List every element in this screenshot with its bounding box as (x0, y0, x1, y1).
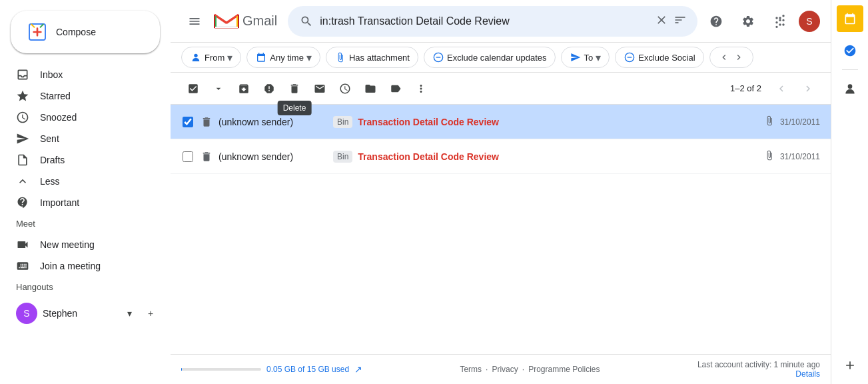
add-panel-button[interactable] (837, 352, 863, 379)
hangout-avatar: S (16, 303, 37, 324)
compose-plus-icon (27, 21, 48, 43)
gmail-logo-text: Gmail (242, 13, 277, 29)
filter-has-attachment[interactable]: Has attachment (326, 47, 418, 68)
footer-separator-1: · (486, 365, 488, 374)
email-row[interactable]: (unknown sender) Bin Transaction Detail … (171, 139, 831, 174)
sidebar-item-label-snoozed: Snoozed (40, 112, 149, 123)
move-to-button[interactable] (358, 77, 382, 101)
expand-less-icon (16, 175, 29, 188)
help-button[interactable] (703, 8, 729, 35)
archive-button[interactable] (232, 77, 256, 101)
more-options-button[interactable] (409, 77, 433, 101)
sidebar-item-label-drafts: Drafts (40, 155, 149, 165)
email-checkbox-2[interactable] (181, 150, 195, 163)
search-clear-icon[interactable] (655, 13, 668, 29)
previous-page-button[interactable] (769, 77, 793, 101)
header-right: S (703, 8, 820, 35)
settings-button[interactable] (735, 8, 761, 35)
select-dropdown-button[interactable] (207, 77, 230, 101)
main-content: Gmail S (171, 0, 831, 384)
filter-from[interactable]: From ▾ (181, 47, 241, 68)
report-spam-button[interactable] (257, 77, 281, 101)
sidebar-item-drafts[interactable]: Drafts (0, 149, 160, 171)
filter-to[interactable]: To ▾ (561, 47, 610, 68)
star-icon (16, 89, 29, 103)
sidebar-item-label-less: Less (40, 176, 149, 187)
sidebar-item-snoozed[interactable]: Snoozed (0, 107, 160, 128)
sidebar-item-important[interactable]: Important (0, 192, 160, 213)
apps-button[interactable] (767, 8, 793, 35)
toolbar-right: 1–2 of 2 (730, 77, 820, 101)
last-activity-text: Last account activity: 1 minute ago (697, 360, 820, 369)
snooze-button[interactable] (333, 77, 357, 101)
sidebar-item-sent[interactable]: Sent (0, 128, 160, 149)
exclude-social-icon (624, 51, 636, 63)
email-checkbox-1[interactable] (181, 115, 195, 129)
sidebar-item-label-inbox: Inbox (40, 69, 149, 80)
hangouts-section-title: Hangouts (0, 277, 171, 297)
footer-links: Terms · Privacy · Programme Policies (460, 365, 600, 374)
keyboard-icon (16, 259, 29, 273)
sidebar-item-inbox[interactable]: Inbox (0, 64, 160, 85)
right-panel-divider (842, 69, 858, 70)
email-date-2: 31/10/2011 (780, 152, 820, 161)
email-list: (unknown sender) Bin Transaction Detail … (171, 105, 831, 354)
sidebar-item-new-meeting[interactable]: New meeting (0, 234, 160, 255)
filter-exclude-social[interactable]: Exclude Social (615, 47, 703, 68)
storage-info: 0.05 GB of 15 GB used ↗ (181, 364, 362, 375)
email-bin-tag-1: Bin (333, 116, 352, 128)
sidebar-item-label-starred: Starred (40, 91, 149, 101)
hangout-add-icon[interactable]: + (141, 304, 160, 323)
terms-link[interactable]: Terms (460, 365, 482, 374)
programme-policies-link[interactable]: Programme Policies (528, 365, 600, 374)
filter-bar: From ▾ Any time ▾ Has attachment Exclude… (171, 43, 831, 73)
tasks-panel-button[interactable] (837, 37, 863, 64)
hangout-user[interactable]: S Stephen ▾ + (0, 297, 171, 329)
user-avatar[interactable]: S (799, 11, 820, 32)
sidebar-item-less[interactable]: Less (0, 171, 160, 192)
search-icon[interactable] (298, 13, 314, 29)
inbox-icon (16, 68, 29, 81)
to-icon (570, 51, 582, 63)
email-subject-1: Transaction Detail Code Review (358, 117, 759, 127)
filter-to-label: To (584, 53, 594, 63)
person-icon (190, 51, 202, 63)
compose-button[interactable]: Compose (11, 11, 160, 53)
sidebar-item-starred[interactable]: Starred (0, 85, 160, 107)
storage-bar (181, 368, 261, 371)
contacts-panel-button[interactable] (837, 75, 863, 102)
sidebar: Compose Inbox Starred Snoozed Sent Draft… (0, 0, 171, 384)
filter-from-label: From (205, 53, 224, 63)
next-page-button[interactable] (796, 77, 820, 101)
search-input[interactable] (320, 15, 650, 27)
email-sender-2: (unknown sender) (218, 151, 325, 162)
sent-icon (16, 132, 29, 145)
filter-exclude-social-label: Exclude Social (638, 53, 695, 63)
filter-any-time[interactable]: Any time ▾ (246, 47, 320, 68)
filter-exclude-calendar-label: Exclude calendar updates (447, 53, 547, 63)
details-link[interactable]: Details (697, 369, 820, 379)
svg-rect-1 (215, 28, 238, 29)
important-icon (16, 196, 29, 209)
mark-read-button[interactable] (308, 77, 332, 101)
hangout-actions: ▾ + (120, 304, 160, 323)
filter-exclude-calendar[interactable]: Exclude calendar updates (424, 47, 556, 68)
hangout-dropdown-icon[interactable]: ▾ (120, 304, 139, 323)
privacy-link[interactable]: Privacy (492, 365, 518, 374)
label-button[interactable] (384, 77, 408, 101)
email-trash-icon-2 (200, 150, 213, 163)
email-row[interactable]: (unknown sender) Bin Transaction Detail … (171, 105, 831, 139)
sidebar-item-label-join-meeting: Join a meeting (40, 261, 149, 271)
email-trash-icon-1 (200, 115, 213, 129)
select-all-button[interactable] (181, 77, 205, 101)
hangout-user-name: Stephen (43, 308, 77, 319)
filter-any-time-arrow: ▾ (306, 51, 312, 64)
manage-storage-icon[interactable]: ↗ (354, 364, 362, 375)
search-options-icon[interactable] (673, 13, 687, 29)
menu-button[interactable] (181, 8, 208, 35)
filter-more[interactable] (709, 47, 753, 68)
header: Gmail S (171, 0, 831, 43)
delete-button[interactable]: Delete (282, 77, 306, 101)
sidebar-item-join-meeting[interactable]: Join a meeting (0, 255, 160, 277)
calendar-panel-button[interactable] (837, 5, 863, 32)
